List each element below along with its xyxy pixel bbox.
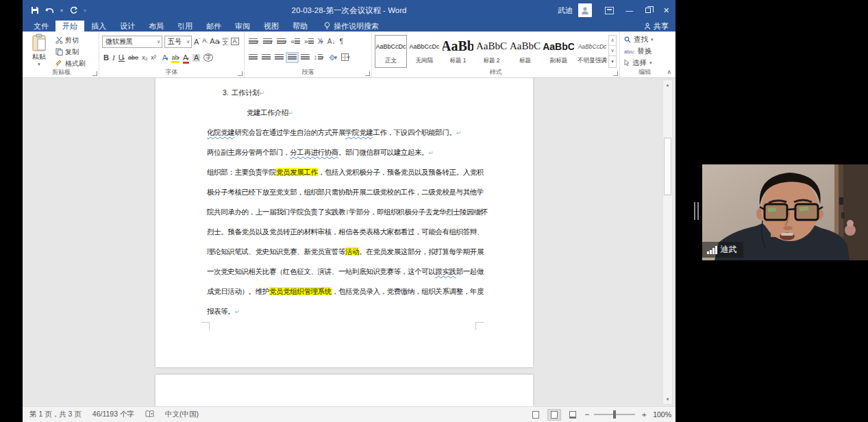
multilevel-list-icon[interactable]: ▾: [277, 38, 287, 45]
document-page-1[interactable]: 3. 工作计划↵党建工作介绍↵化院党建研究会旨在通过学生自治的方式开展学院党建工…: [156, 78, 533, 367]
tell-me-box[interactable]: 操作说明搜索: [324, 21, 379, 32]
align-left-icon[interactable]: [249, 54, 258, 61]
grow-font-icon[interactable]: Aˆ: [194, 38, 200, 46]
underline-icon[interactable]: U▾: [119, 54, 125, 62]
user-avatar[interactable]: [578, 3, 592, 17]
character-border-icon[interactable]: A: [231, 38, 239, 45]
style-副标题[interactable]: AaBbC副标题: [543, 35, 575, 68]
scrollbar-thumb[interactable]: [664, 138, 671, 195]
zoom-slider[interactable]: [594, 414, 635, 415]
align-right-icon[interactable]: [275, 54, 284, 61]
phonetic-guide-icon[interactable]: wén文: [222, 37, 228, 46]
signed-in-user[interactable]: 武迪: [558, 5, 573, 16]
decrease-indent-icon[interactable]: «: [291, 38, 301, 45]
close-button[interactable]: ✕: [657, 0, 675, 21]
text-highlight-icon[interactable]: ab▾: [171, 55, 179, 61]
bullets-icon[interactable]: ▾: [249, 38, 259, 45]
tab-邮件[interactable]: 邮件: [199, 21, 228, 32]
change-case-icon[interactable]: Aa▾: [210, 38, 220, 45]
document-text-line[interactable]: 报表等。↵: [207, 301, 240, 321]
font-size-combobox[interactable]: 五号 ∨: [164, 36, 192, 48]
zoom-level[interactable]: 100%: [653, 410, 671, 419]
select-button[interactable]: 选择▾: [624, 58, 665, 69]
document-text-line[interactable]: 3. 工作计划↵: [223, 83, 264, 103]
scroll-down-icon[interactable]: ▼: [663, 395, 672, 404]
language-indicator[interactable]: 中文(中国): [165, 410, 199, 419]
style-不明显强调[interactable]: AaBbCcDc不明显强调: [576, 35, 608, 68]
print-layout-button[interactable]: [547, 409, 561, 421]
document-text-line[interactable]: 两位副主席分管两个部门，分工再进行协商。部门微信群可以建立起来。↵: [207, 142, 434, 162]
font-color-icon[interactable]: A▾: [183, 54, 189, 62]
borders-icon[interactable]: ▾: [341, 53, 350, 61]
strikethrough-icon[interactable]: abe: [128, 55, 138, 61]
shrink-font-icon[interactable]: Aˇ: [202, 38, 208, 45]
scroll-up-icon[interactable]: ▲: [663, 80, 672, 90]
document-page-2[interactable]: [156, 375, 533, 406]
asian-layout-icon[interactable]: X▾: [318, 38, 323, 45]
read-mode-button[interactable]: [529, 409, 543, 421]
paste-button[interactable]: 粘贴 ▾: [27, 34, 51, 69]
zoom-in-icon[interactable]: ＋: [640, 409, 648, 421]
tab-开始[interactable]: 开始: [55, 21, 84, 32]
document-text-line[interactable]: 极分子考核已经下放至党支部，组织部只需协助开展二级党校的工作，二级党校是与其他学: [207, 182, 484, 202]
ribbon-display-options-icon[interactable]: [602, 0, 620, 21]
document-text-line[interactable]: 院共同承办的，上一届我们学院负责了实践教I学部分，即组织积极分子去龙华烈士陵园缅…: [207, 202, 488, 222]
superscript-icon[interactable]: x²: [151, 55, 156, 61]
video-panel-drag-handle[interactable]: [694, 202, 699, 220]
cut-button[interactable]: 剪切: [55, 35, 86, 45]
restore-button[interactable]: [638, 0, 657, 21]
page-indicator[interactable]: 第 1 页，共 3 页: [29, 410, 82, 419]
font-name-combobox[interactable]: 微软雅黑 ∨: [102, 36, 162, 48]
paragraph-dialog-launcher-icon[interactable]: [365, 71, 370, 76]
proofing-icon[interactable]: [145, 410, 154, 419]
document-text-line[interactable]: 化院党建研究会旨在通过学生自治的方式开展学院党建工作，下设四个职能部门。↵: [207, 123, 461, 142]
document-text-line[interactable]: 一次党史知识相关比赛（红色征文、演讲、一站到底知识竞赛等，这个可以跟实践部一起做: [207, 262, 484, 282]
justify-icon[interactable]: [288, 54, 297, 61]
style-无间隔[interactable]: AaBbCcDc无间隔: [408, 35, 441, 68]
distribute-icon[interactable]: [301, 54, 310, 61]
tab-布局[interactable]: 布局: [142, 21, 171, 32]
align-center-icon[interactable]: [262, 54, 271, 61]
italic-icon[interactable]: I: [112, 54, 115, 62]
style-标题[interactable]: AaBbC标题: [509, 35, 541, 68]
increase-indent-icon[interactable]: »: [304, 38, 314, 45]
word-count[interactable]: 46/1193 个字: [92, 410, 134, 419]
styles-dialog-launcher-icon[interactable]: [613, 71, 618, 76]
document-text-line[interactable]: 成党日活动）。维护党员党组织管理系统，包括党员录入，党费缴纳，组织关系调整，年度: [207, 282, 484, 301]
save-icon[interactable]: [31, 6, 39, 14]
style-标题 2[interactable]: AaBbC标题 2: [475, 35, 508, 68]
undo-dropdown-icon[interactable]: ▾: [60, 8, 63, 14]
styles-up-icon[interactable]: ∧: [609, 36, 616, 46]
style-标题 1[interactable]: AaBb标题 1: [442, 35, 474, 68]
collapse-ribbon-icon[interactable]: ∧: [667, 69, 671, 75]
tab-设计[interactable]: 设计: [113, 21, 142, 32]
copy-button[interactable]: 复制: [55, 47, 86, 57]
webcam-video[interactable]: 迪武: [702, 164, 868, 260]
find-button[interactable]: 查找▾: [624, 34, 665, 45]
numbering-icon[interactable]: ▾: [263, 38, 273, 45]
tab-插入[interactable]: 插入: [84, 21, 113, 32]
replace-button[interactable]: abac 替换: [624, 46, 665, 57]
document-text-line[interactable]: 烈士。预备党员以及党员转正的材料审核，相信各类表格大家都看过，可能会有组织答辩、: [207, 222, 484, 242]
shading-icon[interactable]: ▾: [328, 54, 338, 61]
font-dialog-launcher-icon[interactable]: [238, 71, 243, 76]
enclose-character-icon[interactable]: 字: [203, 53, 213, 62]
tab-引用[interactable]: 引用: [171, 21, 199, 32]
qat-customize-icon[interactable]: ▿: [84, 8, 86, 14]
show-hide-marks-icon[interactable]: ¶: [340, 38, 343, 45]
format-painter-button[interactable]: 格式刷: [55, 58, 86, 69]
vertical-scrollbar[interactable]: ▲ ▼: [662, 79, 673, 405]
undo-icon[interactable]: [45, 7, 54, 14]
redo-icon[interactable]: [69, 6, 77, 14]
tab-视图[interactable]: 视图: [257, 21, 286, 32]
subscript-icon[interactable]: x₂: [142, 55, 147, 61]
document-text-line[interactable]: 组织部：主要负责学院党员发展工作，包括入党积极分子，预备党员以及预备转正。入党积: [207, 162, 484, 182]
sort-icon[interactable]: A↓: [327, 38, 336, 45]
zoom-out-icon[interactable]: −: [584, 410, 589, 419]
tab-帮助[interactable]: 帮助: [286, 21, 314, 32]
share-button[interactable]: 共享: [644, 21, 669, 32]
tab-审阅[interactable]: 审阅: [228, 21, 257, 32]
styles-more-icon[interactable]: ▾: [609, 56, 616, 66]
zoom-slider-thumb[interactable]: [613, 410, 616, 419]
styles-down-icon[interactable]: ∨: [609, 46, 616, 56]
